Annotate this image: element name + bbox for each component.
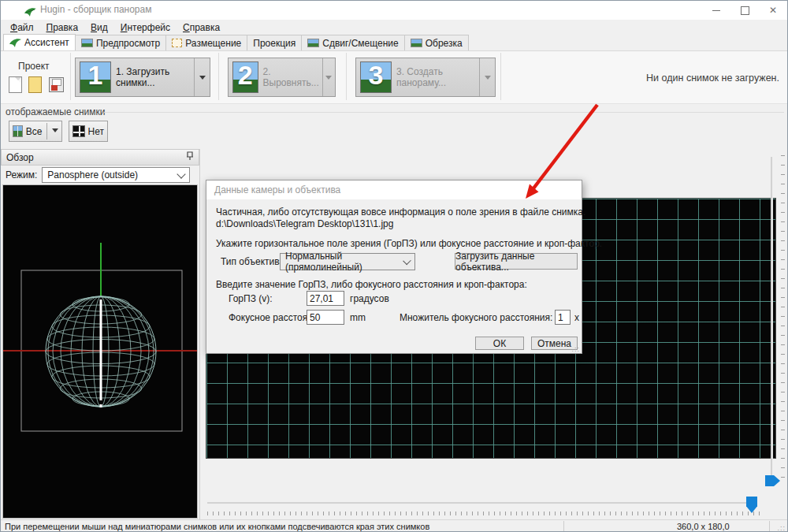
- align-label: 2. Выровнять...: [263, 66, 322, 88]
- create-panorama-button[interactable]: 3 3. Создать панораму...: [355, 58, 496, 97]
- crop-factor-input[interactable]: 1: [555, 310, 571, 325]
- hfov-value: 27,01: [310, 293, 333, 304]
- step-number: 2: [233, 60, 258, 91]
- maximize-button[interactable]: [730, 1, 759, 20]
- new-project-icon[interactable]: [9, 76, 22, 93]
- open-project-icon[interactable]: [28, 76, 42, 93]
- load-images-icon: 1: [80, 61, 111, 93]
- tab-layout[interactable]: Размещение: [165, 35, 247, 50]
- vertical-slider-track[interactable]: [771, 157, 773, 482]
- dialog-resize-grip[interactable]: .::: [571, 345, 580, 353]
- statusbar: При перемещении мыши над миниатюрами сни…: [1, 519, 787, 532]
- cancel-label: Отмена: [537, 338, 571, 349]
- focal-length-unit: mm: [350, 312, 366, 323]
- window-resize-grip[interactable]: .::: [777, 524, 786, 532]
- horizontal-slider-track[interactable]: [207, 502, 749, 504]
- load-images-button[interactable]: 1 1. Загрузить снимки...: [75, 58, 210, 97]
- minimize-button[interactable]: [702, 1, 730, 20]
- toolbar-separator: [70, 53, 71, 100]
- show-all-button[interactable]: Все: [9, 121, 62, 142]
- show-all-icon: [13, 125, 23, 137]
- mode-select[interactable]: Panosphere (outside): [42, 167, 190, 183]
- dialog-info-line1: Частичная, либо отсутствующая вовсе инфо…: [216, 206, 585, 218]
- tab-label: Ассистент: [24, 37, 69, 48]
- tabbar: Ассистент Предпросмотр Размещение Проекц…: [1, 35, 787, 51]
- toolbar-separator: [500, 53, 501, 100]
- move-drag-tab-icon: [307, 39, 319, 47]
- overview-panel-header: Обзор: [1, 149, 199, 166]
- cancel-button[interactable]: Отмена: [531, 337, 578, 350]
- align-dropdown[interactable]: [322, 58, 335, 96]
- button-divider: [46, 123, 47, 140]
- crop-tab-icon: [411, 39, 422, 47]
- menu-interface[interactable]: Интерфейс: [114, 20, 177, 35]
- ok-label: ОК: [493, 338, 506, 349]
- panosphere-preview[interactable]: [2, 184, 198, 519]
- load-lens-data-label: Загрузить данные объектива...: [455, 251, 577, 273]
- tab-preview[interactable]: Предпросмотр: [75, 35, 166, 50]
- create-panorama-dropdown[interactable]: [479, 58, 495, 96]
- step-number: 3: [361, 60, 391, 91]
- toolbar-separator: [346, 53, 347, 100]
- layout-tab-icon: [172, 39, 182, 47]
- camera-lens-dialog: Данные камеры и объектива Частичная, либ…: [206, 180, 582, 354]
- lens-type-value: Нормальный (прямолинейный): [285, 251, 404, 273]
- tab-crop[interactable]: Обрезка: [404, 35, 469, 50]
- menu-file[interactable]: Файл: [4, 20, 40, 35]
- titlebar: Hugin - сборщик панорам ✕: [1, 1, 787, 20]
- tab-move-drag[interactable]: Сдвиг/Смещение: [301, 35, 404, 50]
- load-images-dropdown[interactable]: [194, 58, 210, 96]
- panosphere-sphere-graphic: [3, 185, 197, 518]
- menubar: Файл Правка Вид Интерфейс Справка: [1, 20, 787, 35]
- displayed-images-label: отображаемые снимки: [6, 106, 105, 117]
- close-icon: ✕: [769, 5, 777, 16]
- hugin-window: Hugin - сборщик панорам ✕ Файл Правка Ви…: [0, 0, 788, 532]
- project-group-label: Проект: [18, 61, 50, 72]
- enter-values-label: Введите значение ГорПЗ, либо фокусного р…: [216, 279, 527, 290]
- chevron-down-icon: [177, 169, 186, 178]
- tab-label: Обрезка: [426, 38, 463, 49]
- window-title: Hugin - сборщик панорам: [40, 4, 151, 15]
- horizontal-ruler-ticks: [207, 512, 764, 515]
- canvas-dimensions: 360,0 x 180,0: [677, 522, 730, 531]
- vertical-ruler-ticks: [781, 155, 785, 483]
- mode-value: Panosphere (outside): [47, 169, 138, 180]
- show-none-icon: [72, 125, 85, 137]
- save-project-icon[interactable]: [49, 77, 64, 92]
- focal-length-input[interactable]: 50: [307, 310, 344, 325]
- focal-length-value: 50: [310, 312, 320, 323]
- minimize-icon: [712, 10, 720, 11]
- tab-assistant[interactable]: Ассистент: [3, 34, 76, 50]
- status-message: При перемещении мыши над миниатюрами сни…: [5, 522, 429, 531]
- lens-type-select[interactable]: Нормальный (прямолинейный): [280, 253, 415, 270]
- statusbar-divider: [563, 521, 564, 531]
- hfov-input[interactable]: 27,01: [307, 291, 344, 306]
- ok-button[interactable]: ОК: [475, 337, 524, 350]
- menu-help[interactable]: Справка: [177, 20, 226, 35]
- assistant-tab-icon: [9, 38, 21, 47]
- show-none-button[interactable]: Нет: [69, 121, 108, 142]
- show-all-label: Все: [26, 126, 43, 137]
- pin-icon[interactable]: [186, 151, 194, 163]
- lens-type-label: Тип объектива:: [221, 256, 288, 267]
- chevron-down-icon: [485, 76, 491, 83]
- dialog-titlebar[interactable]: Данные камеры и объектива: [206, 180, 582, 199]
- hfov-unit: градусов: [350, 293, 389, 304]
- menu-view[interactable]: Вид: [84, 20, 114, 35]
- step-number: 1: [80, 60, 110, 91]
- tab-projection[interactable]: Проекция: [247, 35, 302, 50]
- tab-label: Размещение: [185, 38, 241, 49]
- align-icon: 2: [232, 61, 258, 93]
- menu-edit[interactable]: Правка: [40, 20, 85, 35]
- load-lens-data-button[interactable]: Загрузить данные объектива...: [455, 253, 578, 270]
- tab-label: Предпросмотр: [96, 38, 160, 49]
- tab-label: Проекция: [253, 38, 296, 49]
- load-images-label: 1. Загрузить снимки...: [116, 66, 194, 88]
- statusbar-divider: [769, 521, 770, 531]
- chevron-down-icon: [52, 128, 58, 136]
- group-divider: [104, 112, 784, 113]
- app-logo-icon: [24, 6, 36, 15]
- align-button[interactable]: 2 2. Выровнять...: [228, 58, 336, 97]
- maximize-icon: [741, 6, 749, 15]
- close-button[interactable]: ✕: [759, 1, 787, 20]
